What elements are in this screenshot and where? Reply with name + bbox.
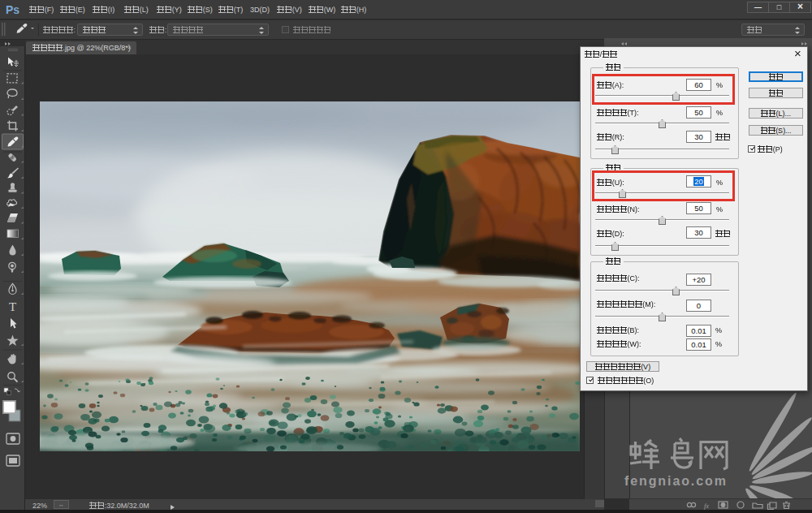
svg-text:T: T bbox=[9, 300, 16, 313]
svg-text:fx: fx bbox=[704, 502, 709, 510]
